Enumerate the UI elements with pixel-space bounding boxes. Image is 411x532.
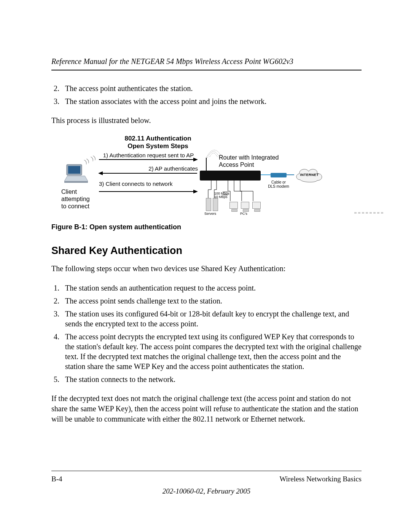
figure-open-system-auth: 802.11 Authentication Open System Steps … xyxy=(51,135,362,231)
paragraph: The following steps occur when two devic… xyxy=(51,264,362,274)
running-header: Reference Manual for the NETGEAR 54 Mbps… xyxy=(51,57,362,70)
diagram: 802.11 Authentication Open System Steps … xyxy=(63,135,325,213)
label-line: DLS modem xyxy=(268,184,289,189)
internet-cloud-icon: INTERNET xyxy=(293,166,325,184)
diagram-title: 802.11 Authentication Open System Steps xyxy=(112,135,204,150)
list-item: The station associates with the access p… xyxy=(61,96,362,106)
page-number: B-4 xyxy=(51,475,62,483)
list-item: The access point sends challenge text to… xyxy=(61,296,362,306)
pc-icon xyxy=(241,202,249,209)
continuation-list: The access point authenticates the stati… xyxy=(61,83,362,106)
paragraph: This process is illustrated below. xyxy=(51,115,362,126)
list-item: The station connects to the network. xyxy=(61,374,362,384)
client-label: Client attempting to connect xyxy=(61,188,90,210)
laptop-icon xyxy=(63,162,89,184)
internet-label: INTERNET xyxy=(293,173,325,177)
diagram-step-3: 3) Client connects to network xyxy=(99,181,198,187)
server-icon xyxy=(206,198,211,211)
pc-icon xyxy=(229,202,238,209)
footer-rule xyxy=(51,471,362,471)
shared-key-steps-list: The station sends an authentication requ… xyxy=(61,283,362,384)
router-icon xyxy=(200,171,261,181)
servers-label: Servers xyxy=(204,212,216,216)
diagram-title-line: 802.11 Authentication xyxy=(124,135,191,142)
list-item: The access point authenticates the stati… xyxy=(61,83,362,93)
modem-label: Cable or DLS modem xyxy=(265,181,292,189)
label-line: Cable or xyxy=(271,180,286,184)
section-heading: Shared Key Authentication xyxy=(51,245,362,257)
figure-caption: Figure B-1: Open system authentication xyxy=(51,223,362,231)
svg-rect-3 xyxy=(64,181,88,183)
arrow-right-icon xyxy=(99,159,197,160)
arrow-left-icon xyxy=(99,173,197,174)
list-item: The station sends an authentication requ… xyxy=(61,283,362,293)
diagram-step-1: 1) Authentication request sent to AP xyxy=(99,152,198,158)
modem-icon xyxy=(271,173,287,177)
server-icon xyxy=(213,198,218,211)
footer-section-title: Wireless Networking Basics xyxy=(279,475,362,483)
label-line: Access Point xyxy=(219,161,254,168)
pc-icon xyxy=(252,202,261,209)
label-line: attempting xyxy=(61,196,90,202)
label-line: to connect xyxy=(61,203,89,209)
page-footer: B-4 Wireless Networking Basics 202-10060… xyxy=(51,471,362,495)
label-line: Client xyxy=(61,189,77,195)
pcs-label: PC's xyxy=(240,212,247,216)
router-ports-icon xyxy=(354,212,383,214)
footer-docline: 202-10060-02, February 2005 xyxy=(51,487,362,495)
diagram-title-line: Open System Steps xyxy=(127,142,188,150)
label-line: Router with Integrated xyxy=(219,154,279,161)
router-label: Router with Integrated Access Point xyxy=(219,154,279,168)
internet-link-icon xyxy=(287,174,294,175)
svg-marker-2 xyxy=(64,176,88,181)
paragraph: If the decrypted text does not match the… xyxy=(51,393,362,424)
list-item: The access point decrypts the encrypted … xyxy=(61,332,362,371)
diagram-step-2: 2) AP authenticates xyxy=(99,165,198,172)
svg-rect-1 xyxy=(68,166,80,174)
cable-link-icon xyxy=(261,174,271,175)
wifi-signal-icon: )) )) xyxy=(83,154,97,165)
arrow-right-icon xyxy=(99,191,197,192)
list-item: The station uses its configured 64-bit o… xyxy=(61,309,362,329)
